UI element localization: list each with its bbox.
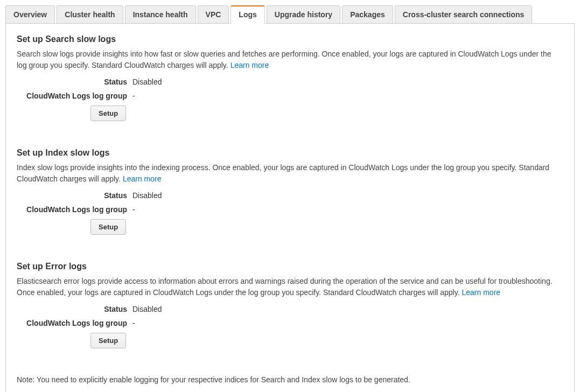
tab-upgrade-history[interactable]: Upgrade history bbox=[267, 5, 340, 24]
learn-more-link[interactable]: Learn more bbox=[462, 288, 500, 297]
learn-more-link[interactable]: Learn more bbox=[230, 61, 269, 69]
button-row: Setup bbox=[90, 106, 563, 121]
section-title: Set up Index slow logs bbox=[17, 148, 563, 158]
loggroup-row: CloudWatch Logs log group - bbox=[17, 205, 563, 214]
learn-more-link[interactable]: Learn more bbox=[123, 174, 162, 183]
status-row: Status Disabled bbox=[17, 191, 563, 200]
status-value: Disabled bbox=[132, 191, 162, 200]
setup-button[interactable]: Setup bbox=[90, 219, 126, 235]
search-slow-logs-section: Set up Search slow logs Search slow logs… bbox=[17, 34, 563, 121]
tab-bar: Overview Cluster health Instance health … bbox=[5, 5, 575, 24]
status-row: Status Disabled bbox=[17, 305, 563, 313]
setup-button[interactable]: Setup bbox=[90, 333, 126, 348]
section-title: Set up Error logs bbox=[17, 262, 563, 271]
section-title: Set up Search slow logs bbox=[17, 34, 563, 44]
status-label: Status bbox=[17, 191, 132, 200]
tab-instance-health[interactable]: Instance health bbox=[125, 5, 196, 24]
logs-content: Set up Search slow logs Search slow logs… bbox=[5, 23, 575, 392]
status-value: Disabled bbox=[132, 78, 162, 86]
tab-packages[interactable]: Packages bbox=[342, 5, 393, 24]
error-logs-section: Set up Error logs Elasticsearch error lo… bbox=[17, 262, 563, 348]
setup-button[interactable]: Setup bbox=[90, 106, 126, 121]
tab-overview[interactable]: Overview bbox=[5, 5, 55, 24]
loggroup-value: - bbox=[132, 205, 135, 214]
tab-cluster-health[interactable]: Cluster health bbox=[57, 5, 123, 24]
status-value: Disabled bbox=[132, 305, 162, 313]
footer-note: Note: You need to explicitly enable logg… bbox=[17, 375, 563, 384]
tab-logs[interactable]: Logs bbox=[230, 5, 264, 24]
section-desc-text: Index slow logs provide insights into th… bbox=[17, 163, 549, 183]
button-row: Setup bbox=[90, 219, 563, 235]
status-label: Status bbox=[17, 305, 132, 313]
section-desc-text: Search slow logs provide insights into h… bbox=[17, 50, 551, 69]
status-label: Status bbox=[17, 78, 132, 86]
section-description: Elasticsearch error logs provide access … bbox=[17, 276, 563, 298]
button-row: Setup bbox=[90, 333, 563, 348]
loggroup-value: - bbox=[132, 319, 135, 327]
loggroup-value: - bbox=[132, 92, 135, 100]
index-slow-logs-section: Set up Index slow logs Index slow logs p… bbox=[17, 148, 563, 235]
section-description: Index slow logs provide insights into th… bbox=[17, 162, 563, 185]
status-row: Status Disabled bbox=[17, 78, 563, 86]
loggroup-row: CloudWatch Logs log group - bbox=[17, 319, 563, 327]
loggroup-label: CloudWatch Logs log group bbox=[17, 92, 132, 100]
tab-cross-cluster-search[interactable]: Cross-cluster search connections bbox=[395, 5, 533, 24]
loggroup-row: CloudWatch Logs log group - bbox=[17, 92, 563, 100]
loggroup-label: CloudWatch Logs log group bbox=[17, 205, 132, 214]
section-description: Search slow logs provide insights into h… bbox=[17, 48, 563, 71]
loggroup-label: CloudWatch Logs log group bbox=[17, 319, 132, 327]
tab-vpc[interactable]: VPC bbox=[198, 5, 229, 24]
